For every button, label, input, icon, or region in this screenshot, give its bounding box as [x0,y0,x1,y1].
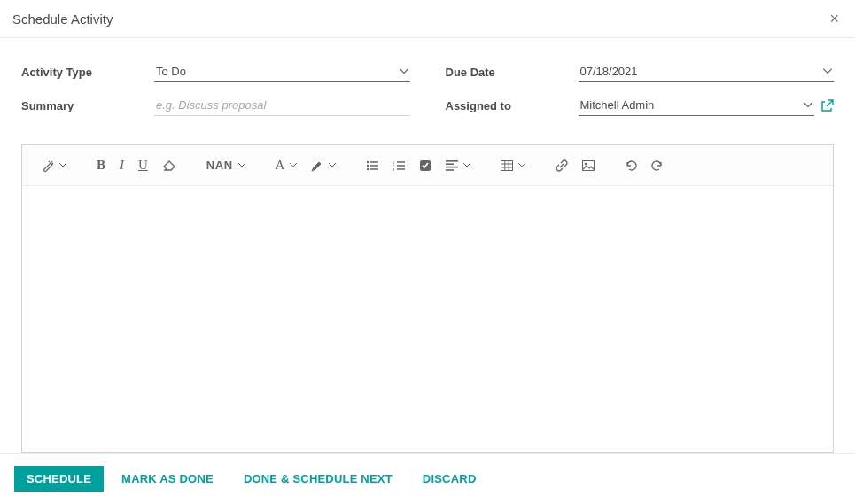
discard-button[interactable]: DISCARD [410,466,489,492]
close-button[interactable]: × [826,11,843,27]
align-icon [446,160,458,171]
due-date-field[interactable] [579,61,835,82]
eraser-button[interactable] [155,154,183,177]
underline-icon: U [138,158,148,173]
schedule-button[interactable]: SCHEDULE [14,466,104,492]
rich-text-editor: B I U NAN A [21,144,834,453]
svg-rect-1 [370,161,378,163]
font-size-label: NAN [206,159,233,172]
activity-type-label: Activity Type [21,66,154,79]
image-icon [582,160,595,171]
italic-icon: I [120,158,124,173]
schedule-activity-modal: Schedule Activity × Activity Type Summar… [0,0,855,504]
checklist-button[interactable] [412,154,439,177]
modal-footer: SCHEDULE MARK AS DONE DONE & SCHEDULE NE… [0,453,855,504]
eraser-icon [162,159,176,172]
external-link-icon [821,99,834,112]
svg-rect-11 [397,168,405,170]
close-icon: × [829,10,839,27]
modal-header: Schedule Activity × [0,0,855,38]
svg-point-4 [367,167,369,169]
svg-rect-16 [446,169,454,171]
underline-button[interactable]: U [131,152,155,178]
magic-wand-icon [42,159,54,172]
assigned-to-label: Assigned to [446,99,579,112]
caret-down-icon [290,163,297,167]
caret-down-icon [59,163,66,167]
undo-icon [625,159,637,172]
highlight-icon [311,159,323,172]
caret-down-icon [463,163,470,167]
external-link-button[interactable] [821,99,834,112]
redo-icon [651,159,664,172]
svg-rect-22 [583,160,595,170]
summary-input[interactable] [154,95,410,116]
mark-as-done-button[interactable]: MARK AS DONE [109,466,226,492]
modal-body: Activity Type Summary [0,38,855,453]
caret-down-icon [518,163,525,167]
undo-button[interactable] [618,154,644,177]
activity-type-field[interactable] [154,61,410,82]
done-schedule-next-button[interactable]: DONE & SCHEDULE NEXT [231,466,405,492]
caret-down-icon [238,163,245,167]
editor-content-area[interactable] [22,186,833,452]
magic-wand-button[interactable] [35,154,74,177]
svg-rect-17 [501,160,513,170]
ordered-list-icon: 123 [393,160,405,171]
link-icon [556,159,568,172]
svg-rect-5 [370,168,378,170]
assigned-to-field[interactable] [579,95,815,116]
activity-type-input[interactable] [154,61,410,82]
font-size-button[interactable]: NAN [199,153,253,177]
table-icon [501,160,513,171]
align-button[interactable] [439,155,478,176]
modal-title: Schedule Activity [12,12,113,27]
unordered-list-icon [366,160,378,171]
font-color-button[interactable]: A [268,152,305,178]
svg-rect-7 [397,161,405,163]
table-button[interactable] [494,155,532,176]
image-button[interactable] [575,155,602,176]
unordered-list-button[interactable] [359,155,385,176]
svg-rect-14 [446,163,454,165]
ordered-list-button[interactable]: 123 [385,155,412,176]
svg-rect-3 [370,165,378,167]
svg-point-2 [367,164,369,166]
svg-point-0 [367,160,369,162]
svg-rect-15 [446,166,458,167]
editor-toolbar: B I U NAN A [22,145,833,186]
due-date-input[interactable] [579,61,835,82]
summary-label: Summary [21,99,154,112]
highlight-button[interactable] [304,154,343,177]
checklist-icon [419,159,431,172]
font-color-icon: A [276,158,285,173]
italic-button[interactable]: I [113,152,131,178]
svg-point-23 [585,162,587,165]
svg-rect-9 [397,165,405,167]
bold-icon: B [97,158,105,173]
svg-rect-13 [446,160,458,162]
svg-text:3: 3 [393,167,395,171]
due-date-label: Due Date [446,66,579,79]
link-button[interactable] [548,154,575,177]
redo-button[interactable] [644,154,671,177]
bold-button[interactable]: B [89,152,113,178]
assigned-to-input[interactable] [579,95,815,116]
caret-down-icon [329,163,336,167]
